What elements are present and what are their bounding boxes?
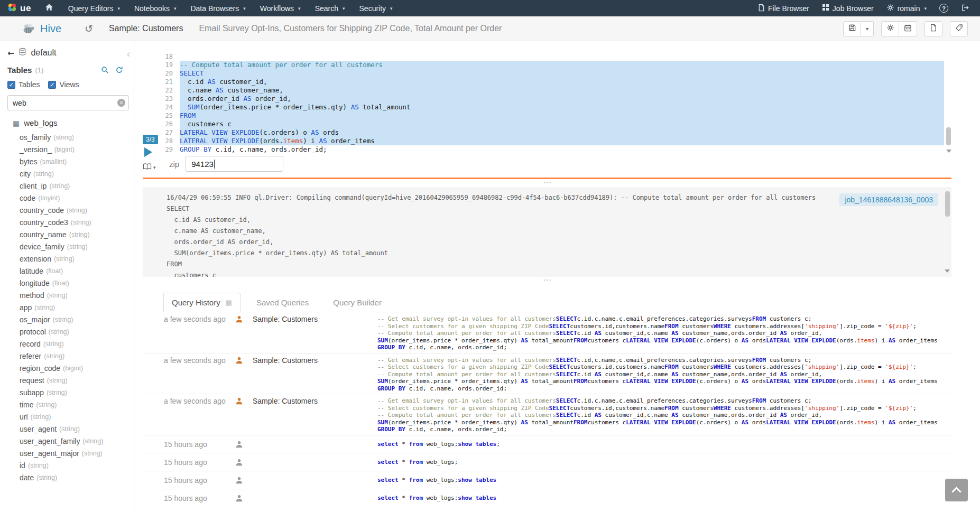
save-button[interactable]: [843, 21, 861, 36]
collapse-sidebar-icon[interactable]: ‹: [126, 49, 131, 59]
column-item-country-name[interactable]: country_name(string): [7, 228, 134, 240]
editor-line[interactable]: 29GROUP BY c.id, c.name, ords.order_id;: [143, 145, 944, 154]
column-item-latitude[interactable]: latitude(float): [7, 265, 134, 277]
column-item-referer[interactable]: referer(string): [7, 350, 134, 362]
column-item-country-code3[interactable]: country_code3(string): [7, 216, 134, 228]
history-row[interactable]: a few seconds agoSample: Customers-- Get…: [143, 394, 951, 435]
result-count-badge[interactable]: 3/3: [143, 135, 158, 144]
execute-button[interactable]: [144, 147, 152, 157]
tables-checkbox[interactable]: ✓: [7, 81, 15, 89]
job-browser-link[interactable]: Job Browser: [822, 4, 874, 13]
zip-input[interactable]: 94123: [186, 156, 283, 172]
home-button[interactable]: [45, 3, 53, 13]
editor-line[interactable]: 24 SUM(order_items.price * order_items.q…: [143, 103, 944, 111]
editor-line[interactable]: 20SELECT: [143, 69, 944, 78]
scrollbar-thumb[interactable]: [945, 191, 950, 217]
column-item-date[interactable]: date(string): [7, 471, 134, 483]
editor-line[interactable]: 27LATERAL VIEW EXPLODE(c.orders) o AS or…: [143, 128, 944, 137]
nav-menu-notebooks[interactable]: Notebooks▾: [134, 4, 176, 13]
hue-logo[interactable]: ue: [7, 3, 31, 14]
user-menu[interactable]: romain ▾: [886, 4, 927, 13]
help-button[interactable]: ?: [939, 4, 948, 13]
editor-line[interactable]: 21 c.id AS customer_id,: [143, 78, 944, 86]
resize-handle-bottom[interactable]: ⋯: [143, 278, 951, 283]
column-item-device-family[interactable]: device_family(string): [7, 240, 134, 253]
nav-menu-workflows[interactable]: Workflows▾: [260, 4, 301, 13]
history-row[interactable]: 15 hours agoselect * from web_logs;show …: [143, 489, 951, 507]
database-name[interactable]: default: [31, 48, 56, 58]
editor-line[interactable]: 28LATERAL VIEW EXPLODE(ords.items) i AS …: [143, 137, 944, 145]
views-checkbox[interactable]: ✓: [48, 81, 56, 89]
history-row[interactable]: a few seconds agoSample: Customers-- Get…: [143, 353, 951, 395]
editor-scrollbar[interactable]: [946, 52, 951, 154]
column-item-user-agent[interactable]: user_agent(string): [7, 423, 134, 435]
column-item-client-ip[interactable]: client_ip(string): [7, 180, 134, 192]
save-dropdown-button[interactable]: ▾: [861, 21, 874, 36]
file-browser-link[interactable]: File Browser: [758, 4, 809, 13]
column-item-code[interactable]: code(tinyint): [7, 192, 134, 204]
resize-handle-top[interactable]: ⋯: [143, 180, 951, 185]
query-history-icon[interactable]: ↺: [85, 23, 93, 34]
tab-query-builder[interactable]: Query Builder: [325, 293, 390, 312]
tab-saved-queries[interactable]: Saved Queries: [248, 293, 317, 312]
hive-logo-icon[interactable]: [22, 23, 36, 34]
column-item-city[interactable]: city(string): [7, 167, 134, 180]
column-item-user-agent-family[interactable]: user_agent_family(string): [7, 435, 134, 447]
column-item-time[interactable]: time(string): [7, 398, 134, 411]
column-item-method[interactable]: method(string): [7, 289, 134, 301]
column-item-extension[interactable]: extension(string): [7, 253, 134, 265]
editor-line[interactable]: 25FROM: [143, 111, 944, 120]
column-item-protocol[interactable]: protocol(string): [7, 325, 134, 338]
tags-button[interactable]: [950, 21, 968, 36]
column-item-subapp[interactable]: subapp(string): [7, 386, 134, 398]
table-item-web-logs[interactable]: ▦ web_logs: [7, 118, 134, 127]
editor-line[interactable]: 22 c.name AS customer_name,: [143, 86, 944, 95]
schedule-button[interactable]: [899, 21, 917, 36]
new-query-button[interactable]: [924, 21, 942, 36]
column-item-os-family[interactable]: os_family(string): [7, 131, 134, 143]
scrollbar-thumb[interactable]: [946, 127, 951, 145]
app-name[interactable]: Hive: [40, 23, 61, 35]
column-item-url[interactable]: url(string): [7, 411, 134, 423]
scroll-down-arrow-icon[interactable]: [946, 150, 951, 153]
log-scrollbar[interactable]: [944, 190, 950, 274]
docs-panel-toggle[interactable]: ▾: [143, 163, 156, 172]
back-arrow-icon[interactable]: ←: [7, 48, 14, 58]
column-item-id[interactable]: id(string): [7, 459, 134, 471]
refresh-icon[interactable]: [115, 66, 123, 74]
settings-button[interactable]: [881, 21, 899, 36]
editor-line[interactable]: 26 customers c: [143, 120, 944, 128]
history-row[interactable]: 15 hours agoselect * from web_logs;show …: [143, 435, 951, 453]
history-row[interactable]: a few seconds agoSample: Customers-- Get…: [143, 312, 951, 353]
clear-search-button[interactable]: ×: [117, 99, 125, 107]
column-item-bytes[interactable]: bytes(smallint): [7, 155, 134, 167]
logout-button[interactable]: [961, 4, 969, 13]
editor-line[interactable]: 19-- Compute total amount per order for …: [143, 61, 944, 69]
columns-icon[interactable]: ▦: [226, 299, 232, 306]
column-item-os-major[interactable]: os_major(string): [7, 313, 134, 325]
column-item-record[interactable]: record(string): [7, 338, 134, 350]
column-item-app[interactable]: app(string): [7, 301, 134, 313]
table-search-input[interactable]: [7, 95, 129, 110]
column-item-longitude[interactable]: longitude(float): [7, 277, 134, 289]
column-item-user-agent-major[interactable]: user_agent_major(string): [7, 447, 134, 459]
search-icon[interactable]: [101, 66, 109, 74]
column-item--version-[interactable]: _version_(bigint): [7, 143, 134, 155]
nav-menu-search[interactable]: Search▾: [315, 4, 345, 13]
column-item-country-code[interactable]: country_code(string): [7, 204, 134, 216]
history-row[interactable]: 15 hours agoselect * from web_logs;show …: [143, 507, 951, 512]
history-row[interactable]: 15 hours agoselect * from web_logs;show …: [143, 471, 951, 489]
scroll-to-top-button[interactable]: [945, 479, 968, 501]
editor-line[interactable]: 23 ords.order_id AS order_id,: [143, 95, 944, 103]
editor-line[interactable]: 18: [143, 52, 944, 61]
nav-menu-data-browsers[interactable]: Data Browsers▾: [190, 4, 245, 13]
nav-menu-security[interactable]: Security▾: [359, 4, 393, 13]
job-link[interactable]: job_1461888648136_0003: [839, 193, 938, 206]
tab-query-history[interactable]: Query History▦: [163, 293, 241, 312]
scroll-down-arrow-icon[interactable]: [945, 269, 950, 273]
column-item-request[interactable]: request(string): [7, 374, 134, 386]
code-editor[interactable]: 1819-- Compute total amount per order fo…: [143, 52, 951, 154]
history-row[interactable]: 15 hours agoselect * from web_logs;: [143, 453, 951, 471]
column-item-region-code[interactable]: region_code(bigint): [7, 362, 134, 374]
nav-menu-query-editors[interactable]: Query Editors▾: [68, 4, 120, 13]
